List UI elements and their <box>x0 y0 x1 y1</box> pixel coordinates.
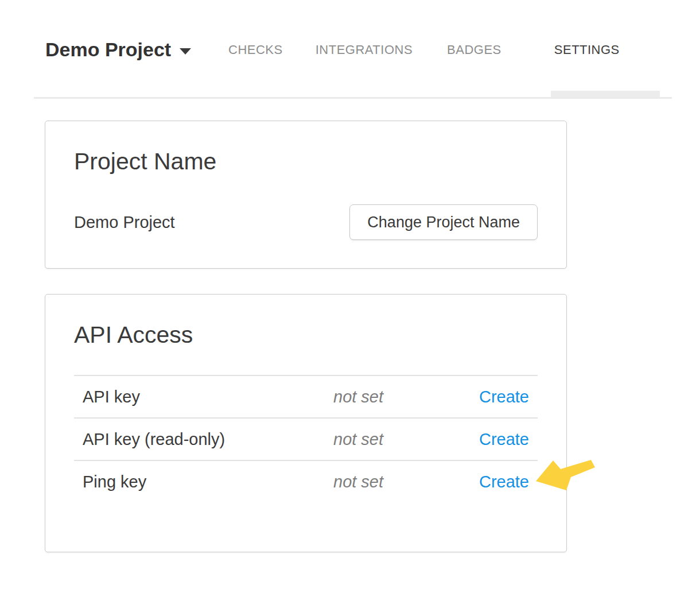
project-name-card-title: Project Name <box>74 149 538 175</box>
project-settings-page: Demo Project CHECKS INTEGRATIONS BADGES … <box>0 0 700 608</box>
ping-key-value: not set <box>333 473 479 491</box>
nav-tabs: CHECKS INTEGRATIONS BADGES SETTINGS <box>228 44 620 56</box>
table-row-api-key-readonly: API key (read-only) not set Create <box>74 417 538 460</box>
ping-key-label: Ping key <box>83 473 333 491</box>
api-key-readonly-label: API key (read-only) <box>83 430 333 449</box>
project-switcher-label: Demo Project <box>45 38 171 61</box>
tab-integrations[interactable]: INTEGRATIONS <box>316 44 413 56</box>
tab-settings[interactable]: SETTINGS <box>554 44 620 56</box>
api-key-readonly-value: not set <box>333 430 479 449</box>
api-access-card-title: API Access <box>74 322 538 348</box>
ping-key-create-link[interactable]: Create <box>479 473 529 491</box>
create-api-key-link[interactable]: Create <box>479 388 529 406</box>
project-switcher-dropdown[interactable]: Demo Project <box>45 38 191 61</box>
tab-checks[interactable]: CHECKS <box>228 44 283 56</box>
tab-badges[interactable]: BADGES <box>447 44 501 56</box>
api-keys-table: API key not set Create API key (read-onl… <box>74 375 538 502</box>
change-project-name-button[interactable]: Change Project Name <box>349 204 538 240</box>
project-name-card: Project Name Demo Project Change Project… <box>45 121 567 269</box>
api-key-value: not set <box>333 388 479 406</box>
create-api-key-readonly-link[interactable]: Create <box>479 430 529 448</box>
table-row-api-key: API key not set Create <box>74 375 538 417</box>
active-tab-indicator <box>551 91 660 97</box>
nav-divider <box>34 97 672 99</box>
api-access-card: API Access API key not set Create API ke… <box>45 294 567 552</box>
table-row-ping-key: Ping key not set Create <box>74 460 538 502</box>
chevron-down-icon <box>180 48 191 55</box>
project-name-value: Demo Project <box>74 213 175 232</box>
api-key-label: API key <box>83 388 333 406</box>
project-name-row: Demo Project Change Project Name <box>74 204 538 240</box>
